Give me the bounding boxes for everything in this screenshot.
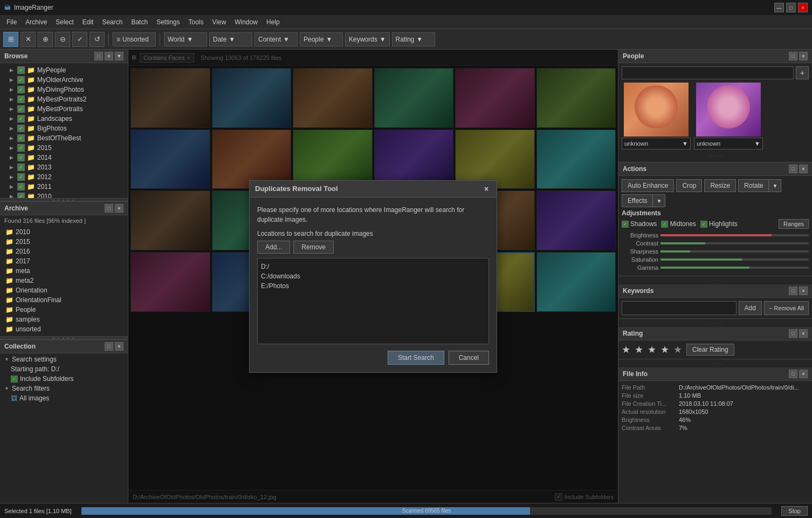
actions-pin-button[interactable]: □ [789, 165, 797, 173]
crop-button[interactable]: Crop [676, 179, 702, 192]
modal-close-button[interactable]: × [481, 184, 491, 194]
star-3[interactable]: ★ [648, 344, 656, 356]
tree-checkbox[interactable]: ✓ [17, 66, 25, 74]
menu-file[interactable]: File [2, 17, 21, 27]
tree-item-mypeople[interactable]: ▶ ✓ 📁 MyPeople [0, 65, 128, 75]
face-dropdown-1[interactable]: unknown ▼ [622, 138, 691, 149]
archive-item-samples[interactable]: 📁 samples [2, 315, 126, 324]
zoom-out-button[interactable]: ⊖ [55, 32, 70, 47]
rating-pin-button[interactable]: □ [789, 329, 797, 338]
menu-tools[interactable]: Tools [184, 17, 208, 27]
archive-item-2010[interactable]: 📁 2010 [2, 227, 126, 237]
tree-checkbox[interactable]: ✓ [17, 105, 25, 113]
archive-item-meta[interactable]: 📁 meta [2, 266, 126, 276]
collection-pin-button[interactable]: □ [105, 342, 113, 351]
refresh-button[interactable]: ↺ [90, 32, 105, 47]
rating-filter[interactable]: Rating ▼ [392, 32, 435, 46]
actions-close-button[interactable]: × [799, 165, 808, 173]
rotate-dropdown-arrow[interactable]: ▼ [769, 179, 781, 192]
people-close-button[interactable]: × [799, 52, 808, 60]
location-item-c[interactable]: C:/downloads [261, 271, 485, 281]
tree-checkbox[interactable]: ✓ [17, 86, 25, 93]
midtones-checkbox[interactable]: ✓ Midtones [661, 220, 696, 228]
stop-button[interactable]: Stop [781, 506, 808, 516]
search-filters-item[interactable]: ▼ Search filters [1, 384, 127, 393]
keywords-add-button[interactable]: Add [739, 301, 762, 315]
tree-checkbox[interactable]: ✓ [17, 125, 25, 132]
tree-item-2013[interactable]: ▶ ✓ 📁 2013 [0, 162, 128, 172]
menu-search[interactable]: Search [98, 17, 127, 27]
tree-checkbox[interactable]: ✓ [17, 115, 25, 122]
people-pin-button[interactable]: □ [789, 52, 797, 60]
zoom-in-button[interactable]: ⊕ [38, 32, 53, 47]
face-image-2[interactable] [696, 83, 761, 137]
tree-item-myolderarchive[interactable]: ▶ ✓ 📁 MyOlderArchive [0, 75, 128, 85]
midtones-check[interactable]: ✓ [661, 221, 668, 228]
archive-item-orientationfinal[interactable]: 📁 OrientationFinal [2, 295, 126, 305]
keywords-filter[interactable]: Keywords ▼ [345, 32, 390, 46]
contrast-slider[interactable] [660, 242, 809, 244]
search-settings-item[interactable]: ▼ Search settings [1, 355, 127, 364]
star-5[interactable]: ★ [673, 344, 682, 356]
tree-item-2012[interactable]: ▶ ✓ 📁 2012 [0, 172, 128, 182]
fileinfo-close-button[interactable]: × [799, 370, 808, 378]
sharpness-slider[interactable] [660, 250, 809, 253]
check-button[interactable]: ✓ [72, 32, 87, 47]
start-search-button[interactable]: Start Search [388, 351, 444, 365]
clear-button[interactable]: ✕ [20, 32, 36, 47]
tree-checkbox[interactable]: ✓ [17, 173, 25, 181]
tree-item-bigphotos[interactable]: ▶ ✓ 📁 BigPhotos [0, 124, 128, 133]
saturation-slider[interactable] [660, 258, 809, 261]
menu-edit[interactable]: Edit [78, 17, 98, 27]
tree-item-mydivingphotos[interactable]: ▶ ✓ 📁 MyDivingPhotos [0, 85, 128, 94]
rotate-button[interactable]: Rotate [738, 179, 769, 192]
keywords-pin-button[interactable]: □ [789, 287, 797, 295]
people-add-button[interactable]: + [796, 66, 809, 79]
tree-checkbox[interactable]: ✓ [17, 144, 25, 152]
close-button[interactable]: × [798, 3, 808, 12]
archive-item-2017[interactable]: 📁 2017 [2, 256, 126, 266]
star-1[interactable]: ★ [622, 344, 630, 356]
tree-item-landscapes[interactable]: ▶ ✓ 📁 Landscapes [0, 114, 128, 124]
archive-item-2015[interactable]: 📁 2015 [2, 237, 126, 247]
minimize-button[interactable]: — [774, 3, 784, 12]
tree-item-bestofthebest[interactable]: ▶ ✓ 📁 BestOfTheBest [0, 133, 128, 143]
people-filter[interactable]: People ▼ [300, 32, 343, 46]
star-4[interactable]: ★ [660, 344, 669, 356]
tree-checkbox[interactable]: ✓ [17, 163, 25, 171]
modal-remove-button[interactable]: Remove [293, 241, 334, 254]
highlights-check[interactable]: ✓ [700, 221, 707, 228]
effects-button[interactable]: Effects [622, 194, 653, 207]
tree-checkbox[interactable]: ✓ [17, 154, 25, 161]
tree-item-mybestportraits[interactable]: ▶ ✓ 📁 MyBestPortraits [0, 104, 128, 114]
include-subfolders-checkbox[interactable]: ✓ [11, 376, 18, 383]
archive-item-meta2[interactable]: 📁 meta2 [2, 276, 126, 285]
location-item-e[interactable]: E:/Photos [261, 281, 485, 291]
date-filter[interactable]: Date ▼ [209, 32, 252, 46]
archive-item-people[interactable]: 📁 People [2, 305, 126, 315]
auto-enhance-button[interactable]: Auto Enhance [622, 179, 674, 192]
archive-close-button[interactable]: × [115, 204, 123, 213]
ranges-button[interactable]: Ranges [779, 219, 809, 229]
modal-add-button[interactable]: Add... [257, 241, 290, 254]
effects-dropdown-arrow[interactable]: ▼ [653, 194, 665, 207]
keywords-remove-all-button[interactable]: − Remove All [764, 301, 809, 315]
resize-button[interactable]: Resize [704, 179, 736, 192]
shadows-checkbox[interactable]: ✓ Shadows [622, 220, 657, 228]
browse-close-button[interactable]: × [105, 52, 113, 60]
tree-item-2014[interactable]: ▶ ✓ 📁 2014 [0, 153, 128, 162]
tree-checkbox[interactable]: ✓ [17, 96, 25, 103]
content-filter[interactable]: Content ▼ [254, 32, 298, 46]
archive-item-unsorted[interactable]: 📁 unsorted [2, 324, 126, 334]
include-subfolders-item[interactable]: ✓ Include Subfolders [1, 374, 127, 384]
fileinfo-pin-button[interactable]: □ [789, 370, 797, 378]
face-dropdown-2[interactable]: unknown ▼ [694, 138, 763, 149]
grid-view-button[interactable]: ⊞ [3, 32, 18, 47]
tree-item-2011[interactable]: ▶ ✓ 📁 2011 [0, 182, 128, 192]
tree-item-2015[interactable]: ▶ ✓ 📁 2015 [0, 143, 128, 153]
menu-help[interactable]: Help [262, 17, 284, 27]
menu-batch[interactable]: Batch [127, 17, 152, 27]
brightness-slider[interactable] [660, 234, 809, 236]
archive-item-orientation[interactable]: 📁 Orientation [2, 285, 126, 295]
menu-window[interactable]: Window [230, 17, 262, 27]
